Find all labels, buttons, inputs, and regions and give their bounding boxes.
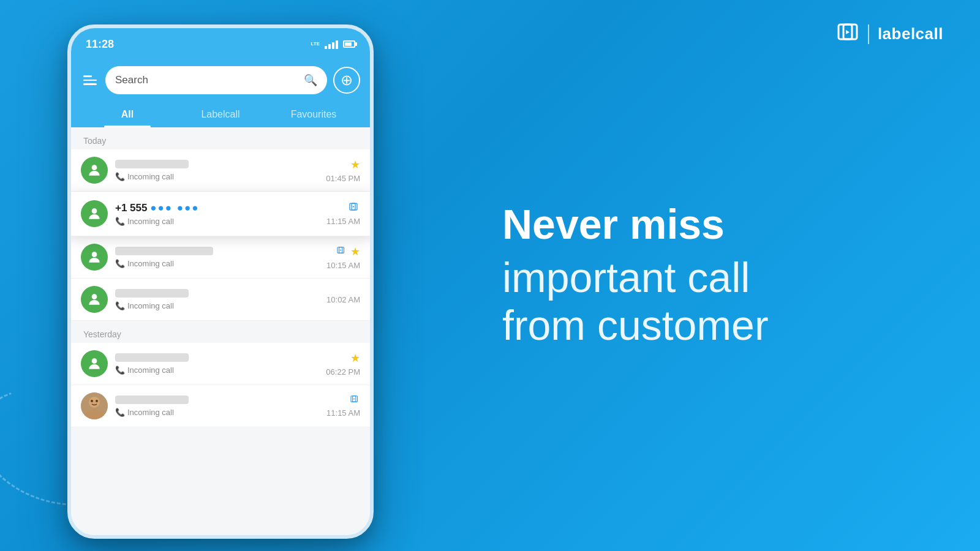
person-icon [86, 162, 102, 178]
status-icons: LTE [311, 39, 355, 49]
call-meta: ★ 06:22 PM [326, 351, 360, 377]
call-time: 11:15 AM [326, 408, 360, 418]
meta-icons-row: ★ [337, 245, 360, 258]
tab-labelcall[interactable]: Labelcall [174, 103, 267, 127]
signal-bar-4 [336, 40, 338, 49]
hamburger-line-1 [83, 75, 92, 77]
caller-name-bar [115, 353, 189, 362]
person-icon [86, 249, 102, 265]
call-type: 📞 Incoming call [115, 365, 318, 375]
call-item[interactable]: 📞 Incoming call ★ 01:45 PM [71, 149, 370, 192]
search-input[interactable]: Search [115, 74, 299, 86]
call-type: 📞 Incoming call [115, 172, 318, 181]
svg-rect-4 [350, 203, 355, 210]
svg-point-6 [92, 252, 97, 257]
avatar [81, 200, 108, 227]
call-info: 📞 Incoming call [115, 395, 319, 417]
call-item[interactable]: 📞 Incoming call ★ 06:22 PM [71, 343, 370, 385]
call-meta: ★ 01:45 PM [326, 158, 360, 183]
avatar-photo [81, 392, 108, 419]
star-icon: ★ [350, 245, 360, 258]
svg-rect-7 [337, 247, 342, 253]
svg-point-3 [92, 208, 97, 214]
svg-point-9 [92, 294, 97, 299]
incoming-icon: 📞 [115, 172, 125, 181]
call-type: 📞 Incoming call [115, 217, 319, 226]
tab-all[interactable]: All [81, 103, 174, 127]
svg-point-15 [96, 400, 98, 402]
labelcall-badge-icon [350, 395, 360, 406]
person-icon [86, 206, 102, 222]
tagline-light-line2: from customer [502, 301, 943, 349]
avatar [81, 157, 108, 184]
call-type: 📞 Incoming call [115, 301, 319, 310]
tab-favourites[interactable]: Favourites [267, 103, 360, 127]
call-item-highlighted[interactable]: +1 555 ●●● ●●● 📞 Incoming call [71, 192, 370, 236]
svg-rect-16 [351, 395, 356, 402]
call-info: 📞 Incoming call [115, 353, 318, 375]
call-meta: 10:02 AM [326, 295, 360, 304]
battery-fill [345, 42, 352, 46]
svg-point-2 [92, 165, 97, 170]
call-info: 📞 Incoming call [115, 160, 318, 181]
status-bar: 11:28 LTE [71, 28, 370, 60]
call-item[interactable]: 📞 Incoming call 11:15 AM [71, 385, 370, 427]
right-panel: Never miss important call from customer [466, 0, 943, 551]
incoming-icon: 📞 [115, 259, 125, 268]
search-area: Search 🔍 ⊕ [71, 60, 370, 103]
labelcall-badge-icon [349, 202, 360, 214]
section-today: Today [71, 127, 370, 149]
incoming-icon: 📞 [115, 408, 125, 417]
call-item[interactable]: 📞 Incoming call 10:02 AM [71, 279, 370, 321]
signal-bar-2 [328, 44, 331, 49]
call-info: 📞 Incoming call [115, 247, 319, 268]
incoming-icon: 📞 [115, 365, 125, 375]
caller-name-bar [115, 247, 213, 255]
add-contact-button[interactable]: ⊕ [333, 67, 360, 94]
search-box[interactable]: Search 🔍 [105, 66, 327, 94]
avatar [81, 350, 108, 377]
caller-name-bar [115, 160, 189, 168]
caller-number: +1 555 ●●● ●●● [115, 202, 319, 214]
caller-name-bar [115, 395, 189, 404]
call-meta: 11:15 AM [326, 395, 360, 418]
phone-frame: 11:28 LTE [67, 24, 374, 539]
phone-mockup: 11:28 LTE [67, 24, 374, 539]
call-item[interactable]: 📞 Incoming call [71, 236, 370, 279]
svg-point-14 [91, 400, 93, 402]
call-time: 10:02 AM [326, 295, 360, 304]
hamburger-line-3 [83, 83, 97, 85]
star-icon: ★ [350, 351, 360, 365]
avatar [81, 286, 108, 313]
person-icon [86, 356, 102, 372]
star-icon: ★ [350, 158, 360, 171]
call-time: 10:15 AM [326, 261, 360, 270]
tagline-bold: Never miss [502, 201, 943, 247]
svg-point-10 [92, 358, 97, 364]
call-time: 11:15 AM [326, 217, 360, 226]
tagline-light-line1: important call [502, 253, 943, 301]
call-info: 📞 Incoming call [115, 289, 319, 310]
contact-photo [81, 392, 108, 419]
incoming-icon: 📞 [115, 301, 125, 310]
signal-bar-1 [325, 46, 327, 49]
call-meta: ★ 10:15 AM [326, 245, 360, 270]
call-time: 01:45 PM [326, 174, 360, 183]
labelcall-badge-icon [337, 246, 347, 257]
lte-badge: LTE [311, 42, 320, 47]
incoming-icon: 📞 [115, 217, 125, 226]
signal-bars [325, 39, 338, 49]
search-icon: 🔍 [304, 73, 317, 87]
menu-icon[interactable] [81, 73, 99, 88]
call-list: Today 📞 Incoming call [71, 127, 370, 535]
avatar [81, 244, 108, 271]
svg-point-12 [89, 397, 100, 408]
signal-bar-3 [332, 42, 334, 49]
section-yesterday: Yesterday [71, 321, 370, 343]
call-type: 📞 Incoming call [115, 408, 319, 417]
plus-icon: ⊕ [341, 73, 353, 88]
status-time: 11:28 [86, 38, 114, 51]
call-time: 06:22 PM [326, 367, 360, 377]
call-meta: 11:15 AM [326, 202, 360, 226]
caller-name-bar [115, 289, 189, 298]
